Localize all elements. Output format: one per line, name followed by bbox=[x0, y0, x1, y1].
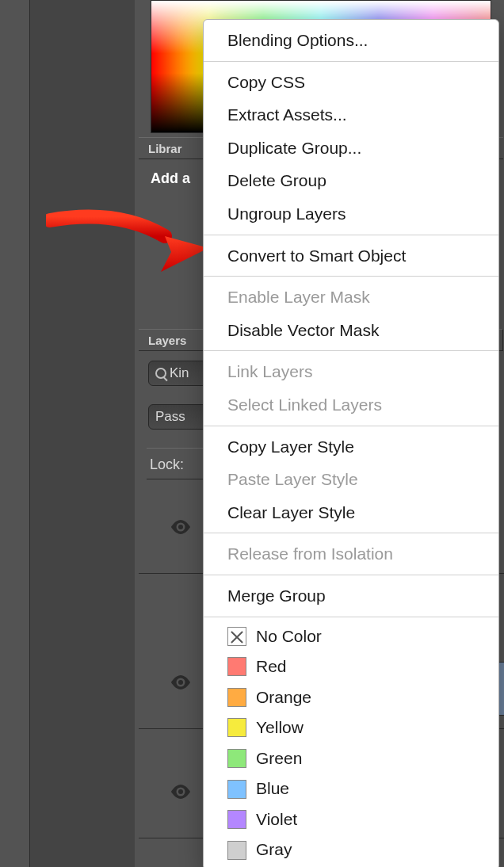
menu-color-label: Violet bbox=[256, 807, 297, 833]
menu-color-label: Green bbox=[256, 746, 302, 772]
menu-separator bbox=[204, 575, 498, 575]
menu-separator bbox=[204, 235, 498, 235]
visibility-eye-icon[interactable] bbox=[170, 675, 191, 689]
menu-color-label: Blue bbox=[256, 776, 289, 802]
color-swatch-icon bbox=[227, 841, 246, 860]
menu-color-label: Orange bbox=[256, 685, 311, 711]
menu-paste-layer-style: Paste Layer Style bbox=[204, 463, 498, 496]
menu-color-green[interactable]: Green bbox=[204, 743, 498, 774]
menu-delete-group[interactable]: Delete Group bbox=[204, 164, 498, 197]
menu-copy-css[interactable]: Copy CSS bbox=[204, 66, 498, 99]
menu-clear-layer-style[interactable]: Clear Layer Style bbox=[204, 496, 498, 529]
menu-select-linked-layers: Select Linked Layers bbox=[204, 388, 498, 422]
menu-color-violet[interactable]: Violet bbox=[204, 804, 498, 835]
svg-point-2 bbox=[178, 789, 183, 794]
layers-blend-mode[interactable]: Pass bbox=[148, 404, 208, 430]
menu-link-layers: Link Layers bbox=[204, 355, 498, 388]
menu-color-gray[interactable]: Gray bbox=[204, 835, 498, 865]
menu-release-isolation: Release from Isolation bbox=[204, 537, 498, 571]
menu-separator bbox=[204, 350, 498, 351]
color-swatch-icon bbox=[227, 657, 246, 676]
dock-strip bbox=[0, 0, 30, 867]
menu-color-red[interactable]: Red bbox=[204, 651, 498, 682]
svg-point-0 bbox=[178, 525, 183, 529]
svg-point-1 bbox=[178, 680, 183, 685]
menu-color-label: Red bbox=[256, 654, 287, 680]
layers-kind-filter[interactable]: Kin bbox=[148, 361, 208, 386]
menu-disable-vector-mask[interactable]: Disable Vector Mask bbox=[204, 314, 498, 347]
search-icon bbox=[155, 368, 166, 379]
menu-ungroup-layers[interactable]: Ungroup Layers bbox=[204, 197, 498, 231]
layers-blend-label: Pass bbox=[155, 409, 185, 425]
menu-blending-options[interactable]: Blending Options... bbox=[204, 24, 498, 57]
menu-merge-group[interactable]: Merge Group bbox=[204, 579, 498, 613]
libraries-add-label: Add a bbox=[151, 170, 190, 187]
layer-context-menu: Blending Options... Copy CSS Extract Ass… bbox=[203, 19, 499, 867]
menu-color-yellow[interactable]: Yellow bbox=[204, 712, 498, 743]
visibility-eye-icon[interactable] bbox=[170, 785, 191, 799]
menu-enable-layer-mask: Enable Layer Mask bbox=[204, 281, 498, 314]
menu-separator bbox=[204, 426, 498, 426]
menu-color-label: No Color bbox=[256, 624, 322, 650]
menu-copy-layer-style[interactable]: Copy Layer Style bbox=[204, 430, 498, 464]
layers-kind-label: Kin bbox=[170, 365, 189, 381]
menu-extract-assets[interactable]: Extract Assets... bbox=[204, 98, 498, 132]
menu-color-orange[interactable]: Orange bbox=[204, 682, 498, 713]
menu-duplicate-group[interactable]: Duplicate Group... bbox=[204, 132, 498, 165]
menu-separator bbox=[204, 617, 498, 617]
menu-convert-smart-object[interactable]: Convert to Smart Object bbox=[204, 239, 498, 273]
color-swatch-icon bbox=[227, 718, 246, 737]
menu-color-none[interactable]: No Color bbox=[204, 621, 498, 652]
menu-color-label: Gray bbox=[256, 837, 292, 863]
menu-color-label: Yellow bbox=[256, 715, 304, 741]
color-swatch-icon bbox=[227, 688, 246, 707]
color-swatch-icon bbox=[227, 749, 246, 768]
color-swatch-icon bbox=[227, 627, 246, 646]
color-swatch-icon bbox=[227, 810, 246, 829]
menu-separator bbox=[204, 276, 498, 277]
visibility-eye-icon[interactable] bbox=[170, 520, 191, 534]
color-swatch-icon bbox=[227, 780, 246, 799]
menu-color-blue[interactable]: Blue bbox=[204, 773, 498, 804]
menu-separator bbox=[204, 61, 498, 62]
menu-separator bbox=[204, 533, 498, 533]
